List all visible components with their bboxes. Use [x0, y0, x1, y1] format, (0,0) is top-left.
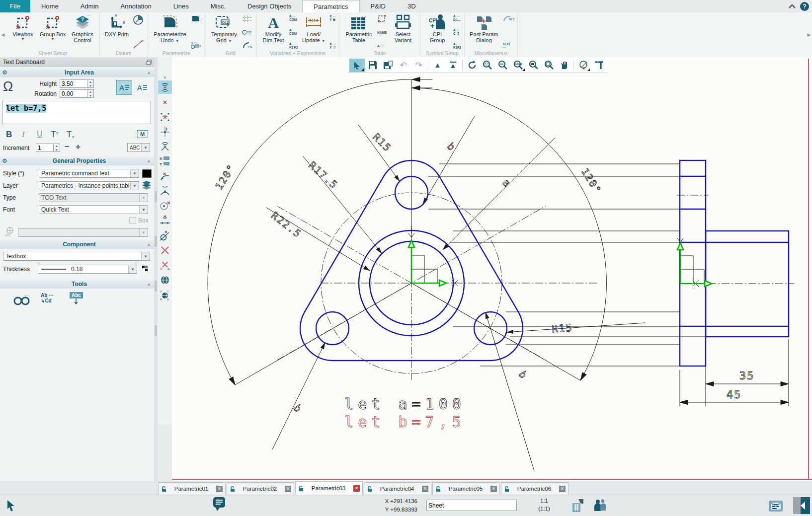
- close-tab-icon[interactable]: ✕: [353, 485, 360, 492]
- menu-tab-lines[interactable]: Lines: [162, 0, 200, 12]
- select-variant-button[interactable]: Select Variant: [389, 13, 417, 43]
- a-c5-icon[interactable]: A ⋯ C=5: [453, 28, 461, 35]
- subscript-button[interactable]: TT: [67, 130, 74, 140]
- component-header[interactable]: Component ▲: [0, 240, 154, 249]
- component-dropdown[interactable]: Textbox▼: [3, 252, 150, 261]
- view-top-button[interactable]: ▲: [445, 59, 461, 72]
- menu-tab-3d[interactable]: 3D: [397, 0, 427, 12]
- height-spinner[interactable]: ▲▼: [87, 79, 94, 88]
- align-justify-button[interactable]: A: [134, 80, 150, 95]
- drawing-canvas[interactable]: R15 R17.5 R22.5 120° 120° b a b b R15 35…: [172, 57, 812, 481]
- a-table-icon[interactable]: A ⋯: [377, 42, 387, 49]
- pixel-pattern-icon[interactable]: [142, 266, 148, 272]
- panel-splitter[interactable]: [154, 57, 158, 495]
- parameterize-xy-icon[interactable]: x ⋯Y: [191, 40, 202, 49]
- superscript-button[interactable]: TT: [51, 130, 58, 140]
- dxy-prim-button[interactable]: YX DXY Prim: [103, 13, 131, 37]
- grid-mini-icon[interactable]: [242, 14, 253, 23]
- parameterize-mini-icon[interactable]: ⋯: [191, 14, 202, 22]
- replace-text-button[interactable]: Ab ⋯ ↳Cd: [41, 293, 54, 303]
- close-tab-icon[interactable]: ✕: [422, 486, 428, 492]
- zoom-selection-button[interactable]: [526, 59, 541, 72]
- menu-tab-file[interactable]: File: [0, 0, 30, 12]
- users-icon[interactable]: [592, 498, 607, 513]
- input-area-header[interactable]: ⚙ Input Area ▲: [0, 68, 154, 77]
- doc-tab[interactable]: Parametric02✕: [227, 482, 294, 495]
- snap-scatter-icon[interactable]: [158, 110, 172, 123]
- thickness-dropdown[interactable]: 0.18 ▼: [38, 265, 137, 274]
- temporary-grid-button[interactable]: OLD Temporary Grid ▼: [208, 13, 240, 43]
- modify-dim-text-button[interactable]: A Modify Dim.Text: [259, 13, 287, 43]
- m-variable-button[interactable]: M: [137, 130, 148, 138]
- xy-query-icon[interactable]: X ⋯ Y -?: [329, 42, 336, 49]
- snap-cross-icon[interactable]: [158, 243, 172, 257]
- snap-tangent-icon[interactable]: [158, 228, 172, 242]
- instance-box-icon[interactable]: [377, 14, 387, 22]
- a-p1f2-icon[interactable]: A ⋯ P1 F2: [289, 42, 298, 49]
- snap-globe-icon[interactable]: [158, 273, 172, 287]
- a-dpath-icon[interactable]: A ⋯ D:\...: [453, 14, 461, 21]
- redraw-button[interactable]: [464, 59, 480, 72]
- parameterize-undo-button[interactable]: Parameterize Undo ▼: [151, 13, 189, 43]
- snap-arc-point-icon[interactable]: [158, 184, 172, 197]
- pie-datum-icon[interactable]: [133, 14, 145, 25]
- parametric-table-button[interactable]: ⋯ Parametric Table: [342, 13, 375, 43]
- sheet-grid-icon[interactable]: [571, 498, 586, 513]
- save-as-button[interactable]: [380, 59, 396, 72]
- viewbox-button[interactable]: Viewbox▼: [9, 13, 37, 41]
- menu-tab-admin[interactable]: Admin: [70, 0, 110, 12]
- cad-drawing[interactable]: R15 R17.5 R22.5 120° 120° b a b b R15 35…: [172, 57, 812, 481]
- close-tab-icon[interactable]: ✕: [285, 486, 291, 492]
- settings-gear-icon[interactable]: ⚙: [0, 69, 12, 76]
- float-panel-icon[interactable]: [146, 60, 152, 65]
- increment-spinner[interactable]: ▲▼: [54, 144, 60, 152]
- undo-button[interactable]: ↶: [396, 59, 411, 72]
- menu-tab-parametrics[interactable]: Parametrics: [302, 0, 359, 12]
- rotation-spinner[interactable]: ▲▼: [87, 89, 94, 98]
- text-input-area[interactable]: let b=7,5: [2, 101, 151, 124]
- close-tab-icon[interactable]: ✕: [216, 486, 223, 492]
- collapse-section-icon[interactable]: ▲: [147, 282, 154, 287]
- snap-point-icon[interactable]: [158, 95, 172, 109]
- snap-intersection-icon[interactable]: [158, 125, 172, 138]
- load-update-button[interactable]: H Load/ Update ▼: [300, 13, 327, 43]
- text-insert-icon[interactable]: TEXT ⋯: [502, 42, 514, 49]
- post-param-dialog-button[interactable]: + Post Param Dialog: [468, 13, 500, 43]
- doc-tab[interactable]: Parametric05✕: [432, 482, 500, 495]
- help-icon[interactable]: ?: [800, 2, 809, 11]
- pan-hand-button[interactable]: [557, 59, 572, 72]
- bold-button[interactable]: B: [6, 130, 12, 140]
- doc-tab[interactable]: Parametric06✕: [501, 482, 568, 495]
- name-table-icon[interactable]: NAME: [377, 29, 387, 36]
- collapse-section-icon[interactable]: ▲: [147, 242, 154, 247]
- zoom-sheet-button[interactable]: [541, 59, 557, 72]
- decrement-button[interactable]: −: [65, 142, 70, 152]
- group-box-button[interactable]: Group Box▼: [39, 13, 67, 41]
- measure-circle-button[interactable]: [575, 59, 591, 72]
- snap-node-icon[interactable]: [158, 139, 172, 152]
- snap-globe-xyra-icon[interactable]: XYRA: [158, 288, 172, 301]
- style-color-swatch[interactable]: [142, 169, 152, 178]
- tools-header[interactable]: Tools ▲: [0, 280, 154, 289]
- rotation-input[interactable]: [60, 89, 87, 98]
- r-query-icon[interactable]: R ?: [502, 14, 514, 22]
- xy-file-icon[interactable]: X ⋯ Y 🗎: [329, 14, 336, 21]
- zoom-window-button[interactable]: [480, 59, 495, 72]
- align-left-button[interactable]: A: [116, 80, 132, 95]
- style-dropdown[interactable]: Parametric command text▼: [39, 169, 139, 178]
- mail-icon[interactable]: [768, 498, 784, 514]
- a-p1p2-icon[interactable]: A ⋯ P1P2: [453, 42, 461, 49]
- increment-input[interactable]: [36, 144, 54, 152]
- collapse-section-icon[interactable]: ▲: [147, 70, 154, 75]
- snap-xy-fields-icon[interactable]: XY: [158, 154, 172, 167]
- collapse-section-icon[interactable]: ▲: [147, 158, 154, 163]
- snap-circle-center-icon[interactable]: [158, 199, 172, 212]
- snap-xyra-icon[interactable]: RA: [158, 258, 172, 272]
- menu-tab-misc[interactable]: Misc.: [200, 0, 237, 12]
- height-input[interactable]: [60, 79, 87, 88]
- sheet-name-input[interactable]: [426, 500, 517, 511]
- redo-button[interactable]: ↷: [411, 59, 426, 72]
- general-properties-header[interactable]: ⚙ General Properties ▲: [0, 156, 154, 165]
- zoom-by-name-button[interactable]: NAME: [510, 59, 526, 72]
- italic-button[interactable]: I: [22, 130, 25, 140]
